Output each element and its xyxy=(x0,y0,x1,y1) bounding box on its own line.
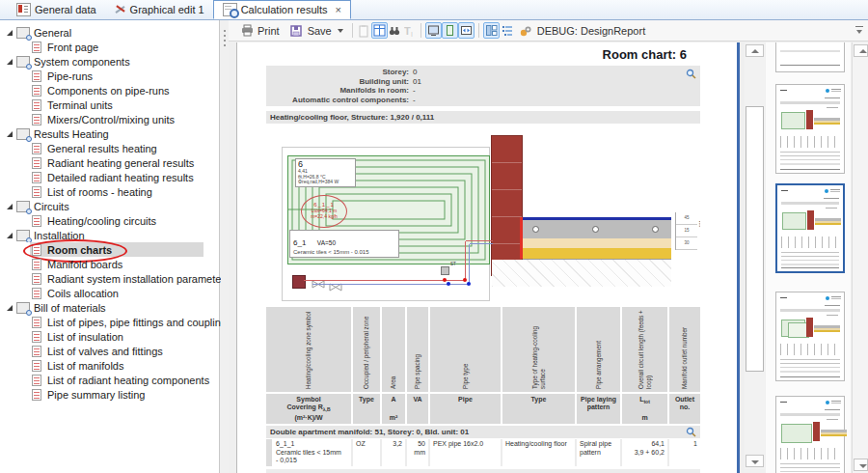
pipe-cross-section xyxy=(652,226,659,233)
text-format-icon[interactable]: TI xyxy=(402,23,417,38)
group-label: Bill of materials xyxy=(34,302,106,314)
report-page-icon xyxy=(32,186,41,198)
close-icon[interactable]: × xyxy=(336,5,341,14)
sidebar-item-detailed-radiant-heating-results[interactable]: Detailed radiant heating results xyxy=(0,170,219,184)
scroll-up-button[interactable] xyxy=(746,44,764,57)
tree-expand-icon[interactable] xyxy=(7,30,13,36)
document-scrollbar[interactable] xyxy=(745,42,765,469)
sidebar-group-bill-of-materials[interactable]: Bill of materials xyxy=(0,300,219,315)
info-row: Building unit: 01 xyxy=(266,77,700,87)
sidebar-item-terminal-units[interactable]: Terminal units xyxy=(0,97,219,112)
sidebar-item-pipe-summary-listing[interactable]: Pipe summary listing xyxy=(0,387,219,402)
print-button[interactable]: Print xyxy=(234,22,285,39)
report-page-icon xyxy=(32,70,41,82)
info-label: Manifolds in room: xyxy=(266,86,409,96)
page-thumbnail[interactable] xyxy=(775,84,845,174)
debug-label: DEBUG: DesignReport xyxy=(537,25,646,37)
paste-icon[interactable] xyxy=(357,23,371,38)
header-text: Manifold outlet number xyxy=(681,309,689,389)
scroll-down-button[interactable] xyxy=(746,455,764,467)
info-row: Manifolds in room: - xyxy=(266,86,700,96)
page-thumbnail-current[interactable] xyxy=(775,183,845,273)
thumbnails-panel-icon[interactable] xyxy=(483,22,500,39)
single-page-view-icon[interactable] xyxy=(425,22,442,39)
sidebar-item-list-of-radiant-heating-components[interactable]: List of radiant heating components xyxy=(0,373,219,387)
report-page-icon xyxy=(32,99,41,111)
sidebar-item-list-of-pipes[interactable]: List of pipes, pipe fittings and couplin… xyxy=(0,315,219,329)
page-thumbnail[interactable] xyxy=(775,396,845,473)
column-header: A m² xyxy=(382,394,405,424)
scroll-down-button[interactable] xyxy=(854,459,868,471)
panel-splitter[interactable] xyxy=(221,20,229,473)
group-label: Installation xyxy=(34,230,85,241)
sidebar-item-coils-allocation[interactable]: Coils allocation xyxy=(0,286,219,300)
header-text: Pipe type xyxy=(462,309,470,389)
column-header: Pipe type xyxy=(430,307,501,392)
item-label: List of rooms - heating xyxy=(47,186,152,198)
sidebar-item-room-charts[interactable]: Room charts xyxy=(0,242,219,257)
sidebar-item-front-page[interactable]: Front page xyxy=(0,40,219,54)
sidebar-group-results-heating[interactable]: Results Heating xyxy=(0,126,219,141)
item-label: List of radiant heating components xyxy=(47,375,209,386)
sidebar-item-radiant-system-installation-parameters[interactable]: Radiant system installation parameters xyxy=(0,271,219,286)
scrollbar-thumb[interactable] xyxy=(746,106,764,372)
sidebar-item-radiant-heating-general-results[interactable]: Radiant heating general results xyxy=(0,155,219,170)
sidebar-group-general[interactable]: General xyxy=(0,25,219,40)
sidebar-item-list-of-manifolds[interactable]: List of manifolds xyxy=(0,358,219,373)
column-header: Area xyxy=(382,307,405,392)
zoom-icon[interactable] xyxy=(686,69,696,79)
column-header: Symbol Covering Rλ,B (m²·K)/W xyxy=(266,394,351,424)
tree-expand-icon[interactable] xyxy=(7,59,13,65)
find-icon[interactable] xyxy=(388,23,402,38)
tree-expand-icon[interactable] xyxy=(7,204,13,209)
thumbnail-scrollbar[interactable] xyxy=(852,42,868,473)
save-button[interactable]: Save xyxy=(285,22,348,39)
structure-section-bar: Heating/cooling floor, Structure: 1,920 … xyxy=(266,111,700,124)
tab-calculation-results[interactable]: Calculation results × xyxy=(213,0,351,19)
sidebar-group-system-components[interactable]: System components xyxy=(0,54,219,69)
screed-layer xyxy=(523,220,671,238)
item-label: Front page xyxy=(47,42,98,53)
outline-panel-icon[interactable] xyxy=(500,23,514,38)
item-label: List of insulation xyxy=(47,331,123,343)
page-layout-view-icon[interactable] xyxy=(442,22,458,39)
page-thumbnail[interactable] xyxy=(775,292,845,381)
item-label: Pipe-runs xyxy=(47,70,93,82)
zone-spacing: VA=50 xyxy=(317,239,336,246)
sidebar-item-list-of-rooms-heating[interactable]: List of rooms - heating xyxy=(0,184,219,199)
toolbar-overflow-icon[interactable] xyxy=(854,25,865,37)
room-info-block: Storey: 0 Building unit: 01 Manifolds in… xyxy=(266,66,700,106)
sidebar-item-list-of-valves-and-fittings[interactable]: List of valves and fittings xyxy=(0,344,219,358)
sidebar-item-pipe-runs[interactable]: Pipe-runs xyxy=(0,69,219,83)
sidebar-item-mixers[interactable]: Mixers/Control/mixing units xyxy=(0,112,219,126)
item-label: Manifold boards xyxy=(47,259,122,270)
sidebar-item-manifold-boards[interactable]: Manifold boards xyxy=(0,257,219,271)
document-viewport[interactable]: Room chart: 6 Storey: 0 Building unit: 0… xyxy=(229,42,744,473)
tab-graphical-edit[interactable]: Graphical edit 1 xyxy=(105,0,213,19)
debug-report-button[interactable]: DEBUG: DesignReport xyxy=(514,22,651,39)
tab-general-data[interactable]: General data xyxy=(8,0,105,19)
table-view-icon[interactable] xyxy=(371,22,388,39)
sidebar-item-general-results-heating[interactable]: General results heating xyxy=(0,141,219,155)
dimension-value: 30 xyxy=(676,237,697,250)
save-dropdown-caret[interactable] xyxy=(338,29,343,33)
item-label: Radiant heating general results xyxy=(47,157,194,169)
sidebar-item-list-of-insulation[interactable]: List of insulation xyxy=(0,329,219,344)
table-row[interactable]: 6_1_1 Ceramic tiles < 15mm - 0,015 OZ 3,… xyxy=(266,439,700,466)
sidebar-group-installation[interactable]: Installation xyxy=(0,228,219,242)
sidebar-item-heating-cooling-circuits[interactable]: Heating/cooling circuits xyxy=(0,213,219,228)
page-thumbnail[interactable] xyxy=(775,42,845,72)
room-label: 6 4,41 θi,H=26,8 °C Φreq,rad,H=384 W xyxy=(295,158,356,187)
report-page-icon xyxy=(32,360,41,372)
cell-line: - 0,015 xyxy=(276,457,348,465)
tree-expand-icon[interactable] xyxy=(7,305,13,311)
scroll-up-button[interactable] xyxy=(854,44,868,57)
item-label: List of manifolds xyxy=(47,360,123,372)
tree-expand-icon[interactable] xyxy=(7,131,13,137)
printer-icon xyxy=(239,23,254,38)
sidebar-group-circuits[interactable]: Circuits xyxy=(0,199,219,213)
sidebar-item-components-on-pipe-runs[interactable]: Components on pipe-runs xyxy=(0,83,219,97)
tree-expand-icon[interactable] xyxy=(7,233,13,238)
zoom-icon[interactable] xyxy=(686,427,696,437)
fit-width-icon[interactable] xyxy=(458,22,475,39)
